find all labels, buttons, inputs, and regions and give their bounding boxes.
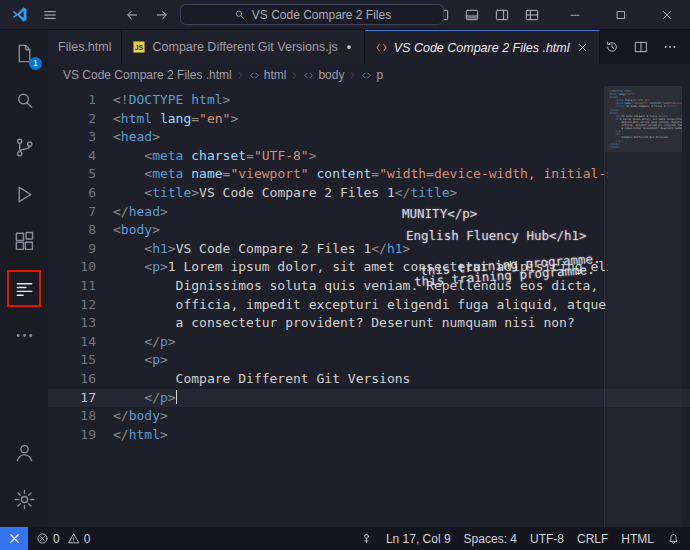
activity-item-more[interactable]	[0, 312, 48, 359]
token: <	[144, 185, 152, 200]
token: >	[168, 241, 176, 256]
token: <	[144, 241, 152, 256]
code-line[interactable]: 16 Compare Different Git Versions	[48, 370, 690, 389]
command-center-search[interactable]: VS Code Compare 2 Files	[180, 4, 444, 25]
line-content: </body>	[113, 407, 608, 426]
activity-item-search[interactable]	[0, 77, 48, 124]
error-count: 0	[53, 532, 60, 546]
minimize-icon	[568, 8, 582, 22]
activity-bar-top: 1	[0, 30, 48, 359]
token: h1	[387, 241, 403, 256]
code-line[interactable]: 10 <p>1 Lorem ipsum dolor, sit amet cons…	[48, 258, 690, 277]
problems-indicator[interactable]: 00	[28, 532, 93, 546]
line-content: Dignissimos soluta quis veniam. Repellen…	[113, 277, 608, 296]
layout-grid-icon[interactable]	[524, 7, 540, 23]
line-number: 17	[48, 389, 96, 408]
code-line[interactable]: 9 <h1>VS Code Compare 2 Files 1</h1>	[48, 240, 690, 259]
status-item[interactable]: HTML	[621, 532, 654, 546]
line-number: 13	[48, 314, 96, 333]
status-item[interactable]: Spaces: 4	[464, 532, 517, 546]
activity-item-accounts[interactable]	[0, 429, 48, 476]
activity-item-compare-view[interactable]	[0, 265, 48, 312]
token: meta	[152, 166, 183, 181]
panel-bottom-icon[interactable]	[464, 7, 480, 23]
title-bar-left	[0, 6, 170, 23]
sidebar-right-icon[interactable]	[494, 7, 510, 23]
minimap[interactable]: <!DOCTYPE html><html lang="en"><head> <m…	[604, 86, 682, 527]
close-button[interactable]	[644, 0, 690, 30]
code-line[interactable]: 6 <title>VS Code Compare 2 Files 1</titl…	[48, 184, 690, 203]
token: meta	[152, 148, 183, 163]
split-editor-icon[interactable]	[633, 39, 649, 55]
code-line[interactable]: 11 Dignissimos soluta quis veniam. Repel…	[48, 277, 690, 296]
token: <	[144, 259, 152, 274]
breadcrumb-item[interactable]: body	[303, 68, 344, 82]
code-line[interactable]: 17 </p>	[48, 389, 690, 408]
ports-icon[interactable]	[360, 532, 373, 545]
code-line[interactable]: 5 <meta name="viewport" content="width=d…	[48, 165, 690, 184]
activity-item-extensions[interactable]	[0, 218, 48, 265]
token: >	[450, 185, 458, 200]
tab-1[interactable]: Files.html	[48, 30, 122, 64]
line-number: 12	[48, 296, 96, 315]
close-icon[interactable]	[576, 41, 589, 54]
code-line[interactable]: 13 a consectetur provident? Deserunt num…	[48, 314, 690, 333]
workbench: 1 Files.htmlJSCompare Different Git Vers…	[0, 30, 690, 527]
status-item[interactable]: CRLF	[577, 532, 608, 546]
token: officia, impedit excepturi eligendi fuga…	[113, 297, 608, 312]
breadcrumb-item[interactable]: html	[249, 68, 287, 82]
minimize-button[interactable]	[552, 0, 598, 30]
status-bar: 00 Ln 17, Col 9Spaces: 4UTF-8CRLFHTML	[0, 527, 690, 550]
token: "viewport"	[230, 166, 308, 181]
extensions-icon	[13, 230, 36, 253]
code-line[interactable]: 2<html lang="en">	[48, 110, 690, 129]
more-icon[interactable]	[662, 39, 678, 55]
activity-item-explorer[interactable]: 1	[0, 30, 48, 77]
arrow-left-icon[interactable]	[124, 7, 140, 23]
arrow-right-icon[interactable]	[154, 7, 170, 23]
line-content: officia, impedit excepturi eligendi fuga…	[113, 296, 608, 315]
token: "en"	[199, 111, 230, 126]
tab-2[interactable]: JSCompare Different Git Versions.js	[122, 30, 364, 64]
editor[interactable]: 1<!DOCTYPE html>2<html lang="en">3<head>…	[48, 86, 690, 527]
breadcrumb-file[interactable]: VS Code Compare 2 Files .html	[63, 68, 232, 82]
history-icon[interactable]	[604, 39, 620, 55]
activity-item-source-control[interactable]	[0, 124, 48, 171]
line-number: 15	[48, 351, 96, 370]
token: >	[168, 334, 176, 349]
code-line[interactable]: 1<!DOCTYPE html>	[48, 91, 690, 110]
token	[113, 259, 144, 274]
status-item[interactable]: UTF-8	[530, 532, 564, 546]
code-line[interactable]: 12 officia, impedit excepturi eligendi f…	[48, 296, 690, 315]
token: head	[129, 204, 160, 219]
token: >	[152, 129, 160, 144]
menu-icon[interactable]	[42, 7, 58, 23]
line-number: 10	[48, 258, 96, 277]
code-line[interactable]: 15 <p>	[48, 351, 690, 370]
line-number: 7	[48, 203, 96, 222]
line-content: <!DOCTYPE html>	[113, 91, 608, 110]
title-bar: VS Code Compare 2 Files	[0, 0, 690, 30]
activity-item-run-debug[interactable]	[0, 171, 48, 218]
token: >	[160, 204, 168, 219]
breadcrumb-item[interactable]: p	[361, 68, 383, 82]
code-line[interactable]: 19</html>	[48, 426, 690, 445]
token: a consectetur provident? Deserunt numqua…	[113, 315, 575, 330]
code-line[interactable]: 7</head>	[48, 203, 690, 222]
code-line[interactable]: 18</body>	[48, 407, 690, 426]
token: title	[152, 185, 191, 200]
code-line[interactable]: 4 <meta charset="UTF-8">	[48, 147, 690, 166]
bell-icon[interactable]	[667, 532, 680, 545]
code-line[interactable]: 14 </p>	[48, 333, 690, 352]
activity-item-settings[interactable]	[0, 476, 48, 523]
account-icon	[13, 441, 36, 464]
line-number: 16	[48, 370, 96, 389]
token: <	[144, 166, 152, 181]
remote-indicator[interactable]	[0, 527, 28, 550]
code-line[interactable]: 8<body>	[48, 221, 690, 240]
status-item[interactable]: Ln 17, Col 9	[386, 532, 451, 546]
maximize-button[interactable]	[598, 0, 644, 30]
modified-dot-icon	[344, 42, 354, 52]
tab-3[interactable]: VS Code Compare 2 Files .html	[365, 30, 600, 64]
code-line[interactable]: 3<head>	[48, 128, 690, 147]
